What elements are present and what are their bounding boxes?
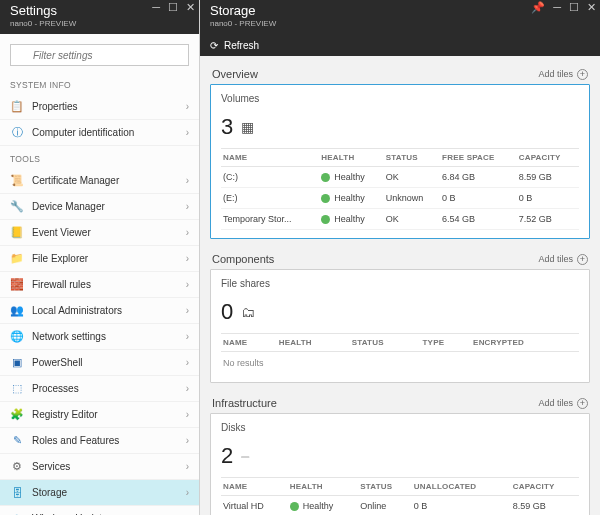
volumes-table: NAMEHEALTHSTATUSFREE SPACECAPACITY (C:)H…: [221, 148, 579, 230]
column-header[interactable]: ENCRYPTED: [471, 334, 579, 352]
minimize-icon[interactable]: ─: [553, 2, 561, 13]
refresh-icon[interactable]: ⟳: [210, 40, 218, 51]
filter-settings-input[interactable]: [10, 44, 189, 66]
minimize-icon[interactable]: ─: [152, 2, 160, 13]
cell-free-space: 0 B: [440, 188, 517, 209]
cell-name: Virtual HD: [221, 496, 288, 516]
menu-item-icon: ⚙: [10, 460, 24, 474]
menu-item-icon: 🧩: [10, 408, 24, 422]
components-heading: Components: [212, 253, 274, 265]
chevron-right-icon: ›: [186, 461, 189, 472]
column-header[interactable]: CAPACITY: [511, 478, 579, 496]
volume-icon: ▦: [241, 119, 254, 135]
menu-item-label: Certificate Manager: [32, 175, 178, 186]
menu-item-icon: 👥: [10, 304, 24, 318]
maximize-icon[interactable]: ☐: [168, 2, 178, 13]
health-ok-icon: [321, 194, 330, 203]
storage-pane: Storage nano0 - PREVIEW 📌 ─ ☐ ✕ ⟳ Refres…: [200, 0, 600, 515]
file-shares-card[interactable]: File shares 0 🗂 NAMEHEALTHSTATUSTYPEENCR…: [210, 269, 590, 383]
menu-item-icon: 📒: [10, 226, 24, 240]
chevron-right-icon: ›: [186, 279, 189, 290]
column-header[interactable]: NAME: [221, 334, 277, 352]
chevron-right-icon: ›: [186, 101, 189, 112]
components-section: Components Add tiles + File shares 0 🗂 N…: [210, 249, 590, 383]
sidebar-item-firewall-rules[interactable]: 🧱Firewall rules›: [0, 272, 199, 298]
column-header[interactable]: HEALTH: [319, 149, 383, 167]
column-header[interactable]: TYPE: [421, 334, 472, 352]
overview-section: Overview Add tiles + Volumes 3 ▦ NAMEHEA…: [210, 64, 590, 239]
sidebar-item-computer-identification[interactable]: ⓘComputer identification›: [0, 120, 199, 146]
sidebar-item-processes[interactable]: ⬚Processes›: [0, 376, 199, 402]
column-header[interactable]: FREE SPACE: [440, 149, 517, 167]
cell-status: OK: [384, 167, 440, 188]
chevron-right-icon: ›: [186, 383, 189, 394]
cell-capacity: 0 B: [517, 188, 579, 209]
column-header[interactable]: HEALTH: [277, 334, 350, 352]
sidebar-item-event-viewer[interactable]: 📒Event Viewer›: [0, 220, 199, 246]
table-row[interactable]: Virtual HDHealthyOnline0 B8.59 GB: [221, 496, 579, 516]
menu-item-icon: 🌐: [10, 330, 24, 344]
menu-item-label: PowerShell: [32, 357, 178, 368]
chevron-right-icon: ›: [186, 435, 189, 446]
menu-item-label: Computer identification: [32, 127, 178, 138]
disks-table: NAMEHEALTHSTATUSUNALLOCATEDCAPACITY Virt…: [221, 477, 579, 515]
table-row[interactable]: Temporary Stor...HealthyOK6.54 GB7.52 GB: [221, 209, 579, 230]
menu-item-icon: ✎: [10, 434, 24, 448]
share-icon: 🗂: [241, 304, 255, 320]
chevron-right-icon: ›: [186, 487, 189, 498]
close-icon[interactable]: ✕: [587, 2, 596, 13]
column-header[interactable]: STATUS: [358, 478, 412, 496]
chevron-right-icon: ›: [186, 331, 189, 342]
menu-item-label: Processes: [32, 383, 178, 394]
table-row[interactable]: (C:)HealthyOK6.84 GB8.59 GB: [221, 167, 579, 188]
settings-scroll[interactable]: 🔍 SYSTEM INFO 📋Properties›ⓘComputer iden…: [0, 34, 199, 515]
add-tiles-label: Add tiles: [538, 69, 573, 79]
sidebar-item-certificate-manager[interactable]: 📜Certificate Manager›: [0, 168, 199, 194]
sidebar-item-properties[interactable]: 📋Properties›: [0, 94, 199, 120]
table-row[interactable]: (E:)HealthyUnknown0 B0 B: [221, 188, 579, 209]
add-tiles-button[interactable]: Add tiles +: [538, 254, 588, 265]
cell-status: OK: [384, 209, 440, 230]
file-shares-title: File shares: [221, 278, 579, 289]
column-header[interactable]: CAPACITY: [517, 149, 579, 167]
sidebar-item-file-explorer[interactable]: 📁File Explorer›: [0, 246, 199, 272]
health-ok-icon: [290, 502, 299, 511]
sidebar-item-registry-editor[interactable]: 🧩Registry Editor›: [0, 402, 199, 428]
volumes-count: 3: [221, 114, 233, 140]
menu-item-label: Network settings: [32, 331, 178, 342]
column-header[interactable]: STATUS: [350, 334, 421, 352]
disks-card[interactable]: Disks 2 ⏤ NAMEHEALTHSTATUSUNALLOCATEDCAP…: [210, 413, 590, 515]
file-shares-count: 0: [221, 299, 233, 325]
chevron-right-icon: ›: [186, 201, 189, 212]
column-header[interactable]: UNALLOCATED: [412, 478, 511, 496]
sidebar-item-roles-and-features[interactable]: ✎Roles and Features›: [0, 428, 199, 454]
column-header[interactable]: STATUS: [384, 149, 440, 167]
cell-free-space: 6.84 GB: [440, 167, 517, 188]
sidebar-item-windows-update[interactable]: ⟳Windows Update›: [0, 506, 199, 515]
add-tiles-button[interactable]: Add tiles +: [538, 69, 588, 80]
column-header[interactable]: NAME: [221, 149, 319, 167]
column-header[interactable]: HEALTH: [288, 478, 359, 496]
cell-name: (C:): [221, 167, 319, 188]
volumes-title: Volumes: [221, 93, 579, 104]
volumes-card[interactable]: Volumes 3 ▦ NAMEHEALTHSTATUSFREE SPACECA…: [210, 84, 590, 239]
sidebar-item-powershell[interactable]: ▣PowerShell›: [0, 350, 199, 376]
sidebar-item-local-administrators[interactable]: 👥Local Administrators›: [0, 298, 199, 324]
health-ok-icon: [321, 215, 330, 224]
cell-name: (E:): [221, 188, 319, 209]
refresh-button[interactable]: Refresh: [224, 40, 259, 51]
sidebar-item-device-manager[interactable]: 🔧Device Manager›: [0, 194, 199, 220]
sidebar-item-storage[interactable]: 🗄Storage›: [0, 480, 199, 506]
cell-health: Healthy: [288, 496, 359, 516]
close-icon[interactable]: ✕: [186, 2, 195, 13]
storage-scroll[interactable]: Overview Add tiles + Volumes 3 ▦ NAMEHEA…: [200, 56, 600, 515]
cell-capacity: 8.59 GB: [511, 496, 579, 516]
add-tiles-button[interactable]: Add tiles +: [538, 398, 588, 409]
sidebar-item-services[interactable]: ⚙Services›: [0, 454, 199, 480]
disks-count: 2: [221, 443, 233, 469]
pin-icon[interactable]: 📌: [531, 2, 545, 13]
maximize-icon[interactable]: ☐: [569, 2, 579, 13]
menu-item-label: File Explorer: [32, 253, 178, 264]
sidebar-item-network-settings[interactable]: 🌐Network settings›: [0, 324, 199, 350]
column-header[interactable]: NAME: [221, 478, 288, 496]
